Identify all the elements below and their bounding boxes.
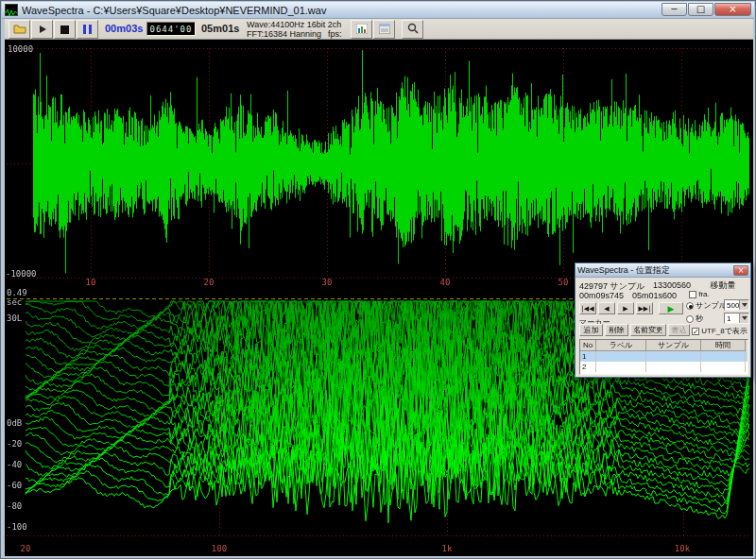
cell-no: 2 bbox=[580, 362, 596, 372]
move-by-sample-radio[interactable]: サンプル bbox=[686, 300, 727, 311]
waveform-x-tick: 10 bbox=[86, 278, 96, 287]
sample-counter-lcd: 0644'00 bbox=[146, 22, 196, 36]
zoom-button[interactable] bbox=[402, 20, 423, 39]
fps-label: fps: bbox=[328, 29, 342, 39]
move-by-second-radio[interactable]: 秒 bbox=[686, 313, 703, 324]
sample-radio-label: サンプル bbox=[696, 301, 727, 310]
bar-chart-icon bbox=[356, 21, 368, 38]
freq-tick: 1k bbox=[442, 544, 453, 553]
wave-info: Wave:44100Hz 16bit 2ch bbox=[247, 20, 341, 29]
toolbar: 00m03s 0644'00 05m01s Wave:44100Hz 16bit… bbox=[5, 19, 753, 40]
col-sample: サンプル bbox=[646, 340, 701, 351]
window-config-icon bbox=[379, 21, 390, 38]
sample-step-value: 500 bbox=[725, 301, 739, 310]
table-row[interactable]: 2 bbox=[580, 362, 747, 372]
sample-step-combo[interactable]: 500 bbox=[724, 299, 749, 311]
db-label: -60 bbox=[7, 481, 22, 490]
dialog-title: WaveSpectra - 位置指定 bbox=[577, 264, 731, 277]
open-button[interactable] bbox=[9, 20, 30, 39]
folder-icon bbox=[13, 21, 26, 38]
goto-end-button[interactable]: ▶▶| bbox=[636, 302, 653, 314]
db-label: -80 bbox=[7, 501, 22, 511]
stop-button[interactable] bbox=[54, 20, 76, 39]
marker-table-header: No ラベル サンプル 時間 bbox=[580, 340, 747, 351]
waveform-y-max-label: 10000 bbox=[8, 44, 33, 54]
dialog-play-button[interactable]: ▶ bbox=[659, 302, 683, 314]
maximize-button[interactable]: □ bbox=[688, 3, 713, 16]
cell-sample bbox=[646, 362, 701, 372]
marker-rename-button[interactable]: 名前変更 bbox=[630, 324, 666, 336]
play-button[interactable] bbox=[31, 20, 53, 39]
col-label: ラベル bbox=[596, 340, 646, 351]
second-step-combo[interactable]: 1 bbox=[724, 313, 749, 324]
waveform-panel: 10000 -10000 10 20 30 40 50 60 bbox=[5, 40, 753, 287]
sample-radio-circle[interactable] bbox=[686, 302, 694, 310]
marker-add-button[interactable]: 追加 bbox=[579, 324, 603, 336]
freq-tick: 20 bbox=[21, 544, 31, 553]
config-button[interactable] bbox=[373, 20, 395, 39]
utf8-checkbox-box[interactable]: ✓ bbox=[692, 328, 699, 335]
col-no: No bbox=[580, 340, 596, 351]
time-total: 05m01s bbox=[201, 23, 239, 34]
app-icon bbox=[5, 4, 18, 16]
dialog-sample-total: 13300560 bbox=[645, 280, 691, 290]
waterfall-time-unit: sec bbox=[7, 297, 22, 307]
dialog-close-button[interactable]: × bbox=[733, 265, 748, 276]
second-radio-label: 秒 bbox=[696, 314, 703, 323]
stop-icon bbox=[60, 21, 69, 38]
dropdown-arrow-icon[interactable] bbox=[739, 313, 748, 323]
table-row[interactable]: 1 bbox=[580, 351, 747, 362]
second-step-value: 1 bbox=[725, 314, 739, 323]
cell-sample bbox=[646, 351, 701, 362]
minimize-button[interactable]: − bbox=[662, 3, 687, 16]
waveform-x-tick: 40 bbox=[440, 278, 451, 287]
waveform-y-min-label: -10000 bbox=[6, 269, 37, 279]
main-window: WaveSpectra - C:¥Users¥Square¥Desktop¥NE… bbox=[0, 0, 756, 559]
waveform-x-tick: 30 bbox=[322, 278, 333, 287]
fraction-label: fra. bbox=[698, 290, 710, 298]
waterfall-time-div: 0.49 bbox=[7, 288, 27, 297]
position-dialog: WaveSpectra - 位置指定 × 429797 サンプル 1330056… bbox=[575, 263, 751, 378]
pause-icon bbox=[83, 21, 92, 38]
time-current: 00m03s bbox=[105, 23, 143, 34]
waveform-x-tick: 20 bbox=[204, 278, 215, 287]
magnifier-icon bbox=[407, 21, 419, 38]
marker-write-button[interactable]: 書込 bbox=[668, 324, 690, 336]
step-back-button[interactable]: ◀ bbox=[598, 302, 615, 314]
waveform-canvas[interactable] bbox=[5, 40, 753, 287]
utf8-label: UTF_8で表示 bbox=[701, 327, 747, 335]
waveform-x-tick: 50 bbox=[558, 278, 569, 287]
db-label: -100 bbox=[7, 522, 27, 532]
col-time: 時間 bbox=[701, 340, 746, 351]
pause-button[interactable] bbox=[77, 20, 98, 39]
play-icon bbox=[38, 21, 47, 38]
goto-start-button[interactable]: |◀◀ bbox=[579, 302, 596, 314]
freq-tick: 100 bbox=[212, 544, 227, 553]
cell-time bbox=[701, 362, 746, 372]
graph-settings-button[interactable] bbox=[351, 20, 372, 39]
utf8-checkbox[interactable]: ✓ UTF_8で表示 bbox=[692, 326, 747, 336]
cell-label bbox=[596, 351, 646, 362]
waterfall-depth-label: 30L bbox=[7, 313, 22, 323]
play-icon: ▶ bbox=[668, 304, 675, 313]
dialog-title-bar[interactable]: WaveSpectra - 位置指定 × bbox=[576, 263, 750, 278]
dialog-time-total: 05m01s600 bbox=[632, 291, 677, 300]
step-forward-button[interactable]: ▶ bbox=[617, 302, 634, 314]
db-label: -20 bbox=[7, 439, 22, 449]
marker-table: No ラベル サンプル 時間 1 2 bbox=[579, 339, 748, 375]
fft-info: FFT:16384 Hanning bbox=[247, 29, 321, 39]
window-title: WaveSpectra - C:¥Users¥Square¥Desktop¥NE… bbox=[22, 5, 658, 16]
dropdown-arrow-icon[interactable] bbox=[739, 300, 748, 310]
cell-no: 1 bbox=[580, 351, 596, 362]
title-bar[interactable]: WaveSpectra - C:¥Users¥Square¥Desktop¥NE… bbox=[2, 2, 754, 19]
cell-label bbox=[596, 362, 646, 372]
fraction-checkbox[interactable]: fra. bbox=[689, 290, 710, 298]
close-button[interactable]: × bbox=[714, 3, 751, 16]
marker-delete-button[interactable]: 削除 bbox=[605, 324, 628, 336]
second-radio-circle[interactable] bbox=[686, 315, 694, 323]
db-label: -40 bbox=[7, 460, 22, 469]
cell-time bbox=[701, 351, 746, 362]
fraction-checkbox-box[interactable] bbox=[689, 291, 696, 298]
dialog-time-current: 00m09s745 bbox=[579, 291, 624, 300]
db-label: 0dB bbox=[7, 418, 22, 428]
